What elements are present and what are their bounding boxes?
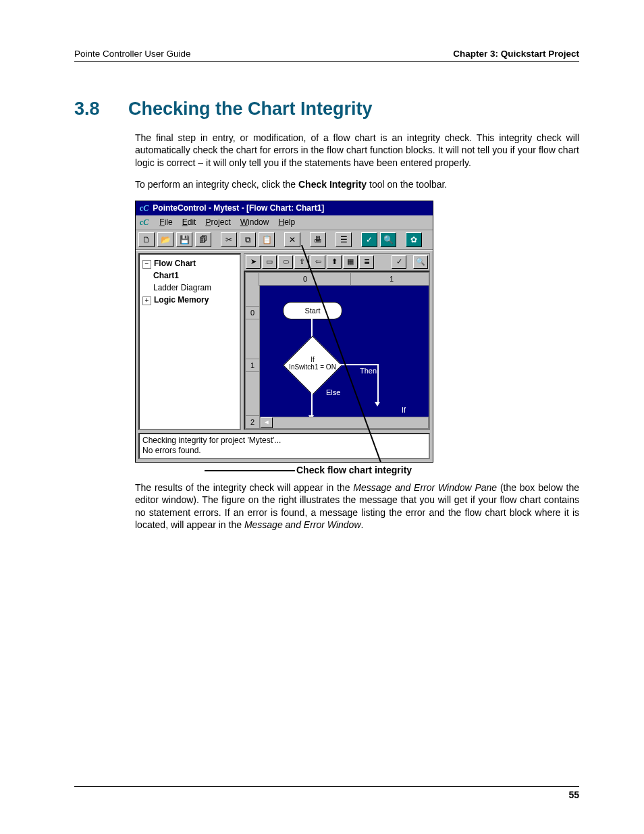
menu-window[interactable]: Window	[240, 217, 269, 227]
header-left: Pointe Controller User Guide	[74, 49, 191, 59]
section-heading: 3.8 Checking the Chart Integrity	[74, 99, 579, 120]
column-header-0: 0	[259, 272, 352, 286]
flowchart-toolbar: ➤ ▭ ⬭ ⇧ ⇦ ⬆ ▦ ≣ ✓ 🔍	[244, 253, 430, 271]
main-toolbar: 🗋 📂 💾 🗐 ✂ ⧉ 📋 ✕ 🖶 ☰ ✓ 🔍 ✿	[136, 230, 433, 250]
list-icon[interactable]: ≣	[359, 255, 374, 269]
menu-project[interactable]: Project	[205, 217, 230, 227]
connector	[311, 384, 313, 418]
menu-file[interactable]: File	[159, 217, 172, 227]
print-icon[interactable]: 🖶	[310, 232, 326, 247]
paste-icon[interactable]: 📋	[259, 232, 275, 247]
pointer-tool-icon[interactable]: ➤	[246, 255, 261, 269]
then-label: Then	[360, 367, 377, 375]
tree-chart1[interactable]: Chart1	[153, 269, 237, 282]
save-icon[interactable]: 💾	[176, 232, 192, 247]
else-label: Else	[326, 388, 340, 396]
running-header: Pointe Controller User Guide Chapter 3: …	[74, 49, 579, 62]
body-column: The final step in entry, or modification…	[135, 132, 579, 531]
section-number: 3.8	[74, 99, 109, 120]
paragraph-1: The final step in entry, or modification…	[135, 132, 579, 169]
row-header-0: 0	[245, 306, 260, 319]
cut-icon[interactable]: ✂	[221, 232, 237, 247]
app-logo-small-icon: cC	[140, 217, 149, 228]
check-integrity-term: Check Integrity	[298, 179, 367, 190]
save-all-icon[interactable]: 🗐	[195, 232, 211, 247]
paragraph-2: To perform an integrity check, click the…	[135, 178, 579, 190]
scroll-left-icon[interactable]: ◄	[261, 417, 273, 428]
row-header-1: 1	[245, 359, 260, 372]
message-line-2: No errors found.	[142, 446, 426, 456]
callout-label: Check flow chart integrity	[296, 465, 412, 475]
open-icon[interactable]: 📂	[157, 232, 173, 247]
tree-flow-chart[interactable]: −Flow Chart	[142, 257, 237, 269]
grid-icon[interactable]: ▦	[343, 255, 358, 269]
check-integrity-icon[interactable]: ✓	[361, 232, 377, 247]
tree-logic-memory[interactable]: +Logic Memory	[142, 294, 237, 306]
page-footer: 55	[74, 786, 579, 800]
window-titlebar: cC PointeControl - Mytest - [Flow Chart:…	[136, 201, 433, 215]
project-tree: −Flow Chart Chart1 Ladder Diagram +Logic…	[138, 253, 241, 430]
paragraph-3: The results of the integrity check will …	[135, 481, 579, 531]
message-line-1: Checking integrity for project 'Mytest'.…	[142, 436, 426, 446]
workspace: −Flow Chart Chart1 Ladder Diagram +Logic…	[136, 250, 433, 433]
preferences-icon[interactable]: ✿	[406, 232, 422, 247]
tree-ladder-diagram[interactable]: Ladder Diagram	[153, 282, 237, 294]
section-title: Checking the Chart Integrity	[128, 99, 373, 120]
horizontal-scrollbar[interactable]: ◄	[260, 417, 429, 429]
page: Pointe Controller User Guide Chapter 3: …	[0, 0, 644, 834]
menu-edit[interactable]: Edit	[182, 217, 196, 227]
page-number: 55	[568, 789, 579, 800]
menu-help[interactable]: Help	[278, 217, 295, 227]
decision-block[interactable]: If InSwitch1 = ON	[286, 346, 340, 384]
header-right: Chapter 3: Quickstart Project	[453, 49, 579, 59]
delete-icon[interactable]: ✕	[284, 232, 300, 247]
row-header-2: 2	[245, 415, 260, 429]
message-error-pane: Checking integrity for project 'Mytest'.…	[138, 433, 430, 459]
find-icon[interactable]: 🔍	[380, 232, 396, 247]
message-pane-term: Message and Error Window Pane	[353, 482, 497, 493]
rect-block-icon[interactable]: ▭	[262, 255, 277, 269]
arrowhead-icon	[375, 402, 380, 407]
menubar: cC File Edit Project Window Help	[136, 215, 433, 230]
app-logo-icon: cC	[140, 203, 149, 213]
copy-icon[interactable]: ⧉	[240, 232, 256, 247]
window-title: PointeControl - Mytest - [Flow Chart: Ch…	[153, 203, 324, 213]
if-label-2: If	[402, 406, 406, 414]
column-header-1: 1	[350, 272, 430, 286]
start-block[interactable]: Start	[283, 302, 342, 319]
properties-icon[interactable]: ☰	[336, 232, 352, 247]
up-right-icon[interactable]: ⬆	[327, 255, 342, 269]
condition-text: InSwitch1 = ON	[289, 363, 336, 371]
callout-tick	[205, 470, 295, 471]
if-label: If	[311, 356, 315, 363]
zoom-icon[interactable]: 🔍	[413, 255, 428, 269]
connector	[377, 364, 379, 405]
flowchart-canvas[interactable]: 0 1 0 1 2 Start If InSwitch1 = ON	[244, 271, 430, 430]
expand-icon[interactable]: +	[142, 296, 151, 305]
message-window-term: Message and Error Window	[244, 519, 361, 530]
collapse-icon[interactable]: −	[142, 260, 151, 269]
new-icon[interactable]: 🗋	[138, 232, 155, 247]
round-block-icon[interactable]: ⬭	[278, 255, 293, 269]
left-arrow-icon[interactable]: ⇦	[311, 255, 325, 269]
fc-check-icon[interactable]: ✓	[392, 255, 406, 269]
screenshot-figure: cC PointeControl - Mytest - [Flow Chart:…	[135, 201, 433, 463]
